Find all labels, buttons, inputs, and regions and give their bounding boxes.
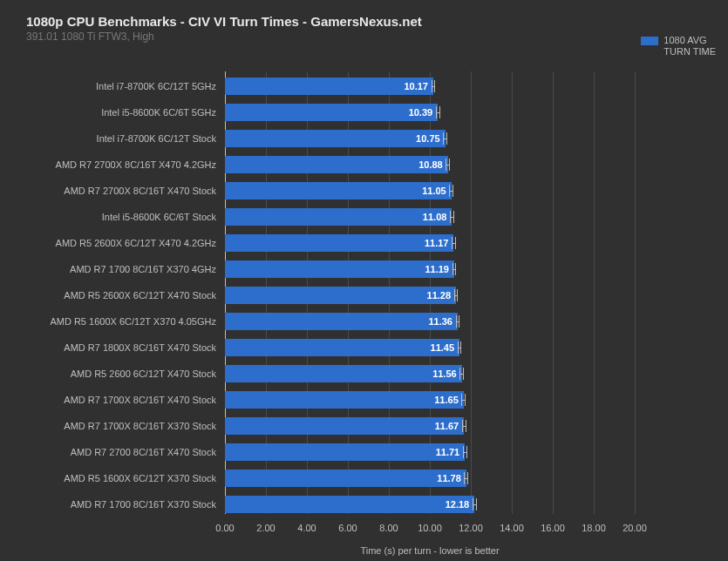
bar: 11.67 xyxy=(225,417,464,435)
chart-title: 1080p CPU Benchmarks - CIV VI Turn Times… xyxy=(0,0,728,30)
bar-value-label: 11.67 xyxy=(435,421,465,431)
bar: 10.17 xyxy=(225,78,433,95)
bar-value-label: 11.05 xyxy=(422,186,452,196)
bar: 11.65 xyxy=(225,391,464,409)
bar-value-label: 11.45 xyxy=(431,342,460,353)
bar-row: Intel i7-8700K 6C/12T Stock10.75 xyxy=(225,129,635,148)
error-bar xyxy=(463,446,467,458)
bar-row: AMD R7 1700X 8C/16T X470 Stock11.65 xyxy=(225,390,635,409)
gridline xyxy=(635,71,636,514)
bar-row: AMD R7 1700 8C/16T X370 4GHz11.19 xyxy=(225,260,635,279)
legend-swatch xyxy=(641,37,658,45)
category-label: Intel i5-8600K 6C/6T 5GHz xyxy=(24,104,225,121)
bar-row: AMD R7 1800X 8C/16T X470 Stock11.45 xyxy=(225,338,635,357)
chart-subtitle: 391.01 1080 Ti FTW3, High xyxy=(0,30,728,43)
category-label: AMD R7 1700X 8C/16T X370 Stock xyxy=(24,417,225,435)
category-label: Intel i7-8700K 6C/12T 5GHz xyxy=(24,78,225,95)
x-tick-label: 6.00 xyxy=(338,523,357,533)
bar-value-label: 11.08 xyxy=(423,212,452,222)
category-label: AMD R7 1700X 8C/16T X470 Stock xyxy=(24,391,225,409)
category-label: AMD R7 2700X 8C/16T X470 Stock xyxy=(24,182,225,199)
error-bar xyxy=(464,472,468,484)
bar-value-label: 11.19 xyxy=(425,264,454,274)
category-label: AMD R5 2600X 6C/12T X470 4.2GHz xyxy=(24,234,225,252)
bar-row: AMD R5 2600X 6C/12T X470 4.2GHz11.17 xyxy=(225,233,635,253)
error-bar xyxy=(450,211,454,223)
x-tick-label: 8.00 xyxy=(379,523,398,533)
category-label: AMD R5 2600 6C/12T X470 Stock xyxy=(24,365,225,382)
error-bar xyxy=(454,289,459,301)
error-bar xyxy=(432,80,436,92)
bar-row: AMD R7 2700X 8C/16T X470 Stock11.05 xyxy=(225,181,635,200)
bar-row: AMD R7 1700X 8C/16T X370 Stock11.67 xyxy=(225,416,635,436)
x-tick-label: 16.00 xyxy=(541,523,565,533)
error-bar xyxy=(452,263,457,275)
bar: 11.36 xyxy=(225,313,458,330)
category-label: AMD R5 2600X 6C/12T X470 Stock xyxy=(24,287,225,304)
bar-row: AMD R5 2600X 6C/12T X470 Stock11.28 xyxy=(225,286,635,305)
error-bar xyxy=(458,341,462,354)
category-label: AMD R7 2700X 8C/16T X470 4.2GHz xyxy=(24,156,225,173)
x-tick-label: 20.00 xyxy=(623,523,647,533)
bar-row: AMD R5 1600X 6C/12T X370 Stock11.78 xyxy=(225,469,635,488)
error-bar xyxy=(461,394,466,406)
x-axis-label: Time (s) per turn - lower is better xyxy=(225,545,635,556)
category-label: AMD R7 2700 8C/16T X470 Stock xyxy=(24,443,225,461)
bar-value-label: 11.78 xyxy=(437,473,466,483)
bar-row: Intel i5-8600K 6C/6T 5GHz10.39 xyxy=(225,103,635,122)
bar-row: AMD R7 1700 8C/16T X370 Stock12.18 xyxy=(225,495,635,514)
bar-row: AMD R7 2700X 8C/16T X470 4.2GHz10.88 xyxy=(225,155,635,174)
bar: 11.08 xyxy=(225,208,452,226)
bar-value-label: 11.65 xyxy=(434,395,464,405)
bar-row: Intel i5-8600K 6C/6T Stock11.08 xyxy=(225,207,635,226)
legend: 1080 AVG TURN TIME xyxy=(641,35,716,57)
category-label: Intel i7-8700K 6C/12T Stock xyxy=(24,130,225,147)
category-label: Intel i5-8600K 6C/6T Stock xyxy=(24,208,225,226)
bar-value-label: 12.18 xyxy=(446,499,475,510)
error-bar xyxy=(456,315,460,328)
plot-area: Intel i7-8700K 6C/12T 5GHz10.17Intel i5-… xyxy=(225,71,635,533)
bar-value-label: 11.71 xyxy=(436,447,466,457)
bar: 11.28 xyxy=(225,287,456,304)
x-tick-label: 14.00 xyxy=(500,523,524,533)
bar: 11.78 xyxy=(225,470,466,487)
bar-value-label: 10.75 xyxy=(416,133,446,144)
error-bar xyxy=(459,368,464,380)
category-label: AMD R7 1700 8C/16T X370 4GHz xyxy=(24,260,225,278)
bar-value-label: 11.56 xyxy=(432,368,462,379)
bar: 11.05 xyxy=(225,182,452,199)
category-label: AMD R7 1800X 8C/16T X470 Stock xyxy=(24,339,225,356)
category-label: AMD R5 1600X 6C/12T X370 4.05GHz xyxy=(24,313,225,330)
bar: 10.39 xyxy=(225,104,438,121)
bar-value-label: 10.88 xyxy=(418,159,448,170)
legend-label: 1080 AVG TURN TIME xyxy=(663,35,716,57)
category-label: AMD R5 1600X 6C/12T X370 Stock xyxy=(24,470,225,487)
bar: 11.17 xyxy=(225,234,453,252)
error-bar xyxy=(449,185,453,197)
bar-row: AMD R5 1600X 6C/12T X370 4.05GHz11.36 xyxy=(225,312,635,331)
category-label: AMD R7 1700 8C/16T X370 Stock xyxy=(24,496,225,513)
bar: 10.88 xyxy=(225,156,448,173)
bar-value-label: 11.17 xyxy=(425,238,454,248)
error-bar xyxy=(452,237,456,249)
x-tick-label: 12.00 xyxy=(459,523,483,533)
bar-value-label: 10.17 xyxy=(404,81,433,91)
error-bar xyxy=(446,159,450,171)
bar: 10.75 xyxy=(225,130,446,147)
error-bar xyxy=(462,420,466,432)
bar-row: AMD R5 2600 6C/12T X470 Stock11.56 xyxy=(225,364,635,383)
error-bar xyxy=(443,132,447,145)
bar: 11.45 xyxy=(225,339,459,356)
bar: 11.19 xyxy=(225,260,454,278)
bar: 12.18 xyxy=(225,496,474,513)
bar: 11.56 xyxy=(225,365,462,382)
bar-row: AMD R7 2700 8C/16T X470 Stock11.71 xyxy=(225,443,635,462)
error-bar xyxy=(436,106,440,118)
bar-row: Intel i7-8700K 6C/12T 5GHz10.17 xyxy=(225,77,635,96)
x-tick-label: 4.00 xyxy=(297,523,316,533)
bar-value-label: 11.36 xyxy=(428,316,458,327)
error-bar xyxy=(473,498,477,510)
x-tick-label: 0.00 xyxy=(215,523,234,533)
bar-value-label: 10.39 xyxy=(409,107,439,118)
bar-value-label: 11.28 xyxy=(427,290,457,301)
